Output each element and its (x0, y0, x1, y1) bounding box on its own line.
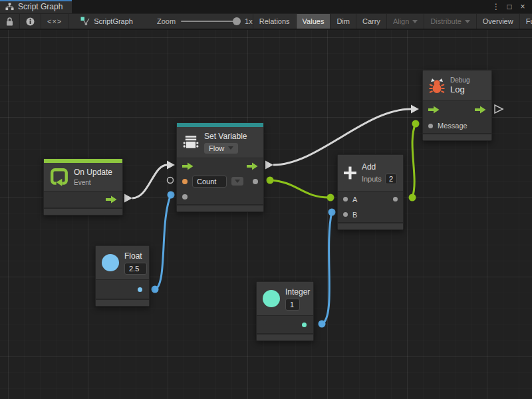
maximize-icon[interactable]: □ (504, 2, 515, 11)
float-value-field[interactable]: 2.5 (124, 263, 147, 275)
bug-icon (429, 78, 445, 94)
node-footer (96, 299, 149, 306)
node-footer (423, 133, 491, 140)
sum-output-port[interactable] (393, 197, 398, 201)
flow-input-port[interactable] (182, 162, 194, 170)
node-category: Debug (450, 76, 469, 84)
variable-stack-icon (183, 135, 199, 150)
info-button[interactable] (20, 14, 41, 29)
node-footer (338, 222, 403, 229)
wire-value-integer-to-add-b[interactable] (319, 209, 336, 328)
dropdown-caret-icon (412, 20, 418, 23)
tab-bar: Script Graph ⋮ □ × (0, 0, 532, 13)
variable-picker-dropdown[interactable] (231, 177, 243, 186)
wire-value-float-to-setvariable[interactable] (152, 192, 175, 293)
flow-input-port[interactable] (428, 106, 440, 114)
fullscreen-button[interactable]: Full Screen (519, 14, 532, 29)
window-controls: ⋮ □ × (491, 0, 532, 13)
plus-icon (344, 166, 356, 180)
node-title: On Update (74, 168, 112, 177)
zoom-label: Zoom (157, 17, 176, 25)
node-footer (44, 207, 122, 215)
tab-title: Script Graph (18, 2, 63, 11)
dim-button[interactable]: Dim (330, 14, 356, 29)
relations-button[interactable]: Relations (253, 14, 296, 29)
float-type-icon (102, 254, 119, 271)
integer-value-field[interactable]: 1 (285, 299, 300, 311)
align-dropdown[interactable]: Align (386, 14, 424, 29)
node-footer (257, 333, 313, 340)
overview-button[interactable]: Overview (476, 14, 519, 29)
variable-scope-dropdown[interactable]: Flow (204, 143, 238, 154)
flow-output-port[interactable] (106, 196, 117, 203)
dropdown-caret-icon (465, 20, 470, 23)
distribute-dropdown[interactable]: Distribute (424, 14, 475, 29)
code-brackets-icon: <×> (47, 17, 62, 25)
script-graph-icon (80, 17, 90, 26)
zoom-control: Zoom 1x (157, 14, 253, 29)
lock-icon (6, 17, 13, 26)
unconnected-port-circle[interactable] (168, 178, 174, 184)
window-menu-icon[interactable]: ⋮ (491, 2, 501, 11)
zoom-slider[interactable] (181, 21, 239, 22)
value-output-port[interactable] (253, 179, 258, 184)
update-loop-icon (50, 168, 68, 186)
dropdown-caret-icon (228, 146, 233, 150)
integer-type-icon (263, 290, 280, 307)
node-footer (177, 204, 263, 211)
node-title: Float (124, 251, 147, 261)
input-b-port[interactable] (343, 212, 348, 217)
wire-value-setvariable-to-add-a[interactable] (267, 177, 334, 201)
graph-hierarchy-icon (5, 3, 14, 11)
tab-script-graph[interactable]: Script Graph (0, 0, 72, 13)
graph-canvas[interactable]: On Update Event (0, 30, 532, 399)
inputs-count-field[interactable]: 2 (385, 174, 397, 184)
inputs-label: Inputs (362, 175, 382, 183)
flow-output-port[interactable] (247, 162, 258, 170)
float-output-port[interactable] (138, 287, 142, 292)
flow-output-port[interactable] (475, 106, 486, 114)
unconnected-flow-triangle[interactable] (495, 105, 503, 113)
node-subtitle: Event (74, 179, 112, 186)
node-integer-literal[interactable]: Integer 1 (256, 281, 314, 341)
node-title: Set Variable (204, 132, 247, 141)
message-label: Message (438, 122, 467, 130)
carry-button[interactable]: Carry (356, 14, 386, 29)
message-input-port[interactable] (428, 124, 433, 128)
zoom-slider-handle[interactable] (233, 17, 241, 25)
info-icon (26, 17, 35, 26)
input-b-label: B (352, 211, 357, 219)
node-float-literal[interactable]: Float 2.5 (95, 245, 150, 307)
wire-value-add-to-debuglog-message[interactable] (409, 120, 420, 201)
node-title: Integer (285, 287, 310, 297)
code-view-button[interactable]: <×> (41, 14, 68, 29)
node-title: Add (362, 162, 397, 172)
breadcrumb[interactable]: ScriptGraph (74, 14, 140, 29)
node-add[interactable]: Add Inputs 2 A B (337, 154, 404, 230)
node-set-variable[interactable]: Set Variable Flow (176, 122, 264, 212)
input-a-label: A (352, 196, 357, 203)
node-on-update[interactable]: On Update Event (43, 158, 123, 215)
dropdown-caret-icon (235, 180, 240, 183)
node-debug-log[interactable]: Debug Log Message (422, 70, 492, 141)
lock-button[interactable] (0, 14, 20, 29)
values-button[interactable]: Values (296, 14, 331, 29)
toolbar-buttons: Relations Values Dim Carry Align Distrib… (253, 14, 532, 29)
zoom-value: 1x (245, 17, 253, 25)
variable-name-field[interactable]: Count (192, 176, 227, 188)
variable-name-input-port[interactable] (182, 179, 188, 184)
focused-tab-indicator (0, 0, 72, 1)
input-a-port[interactable] (343, 197, 348, 201)
value-input-port[interactable] (182, 194, 188, 200)
integer-output-port[interactable] (302, 323, 307, 327)
graph-toolbar: <×> ScriptGraph Zoom 1x Relations Values… (0, 13, 532, 29)
node-title: Log (450, 84, 469, 94)
breadcrumb-label: ScriptGraph (94, 17, 133, 25)
unity-script-graph-window: Script Graph ⋮ □ × <×> (0, 0, 532, 399)
close-icon[interactable]: × (517, 2, 528, 11)
